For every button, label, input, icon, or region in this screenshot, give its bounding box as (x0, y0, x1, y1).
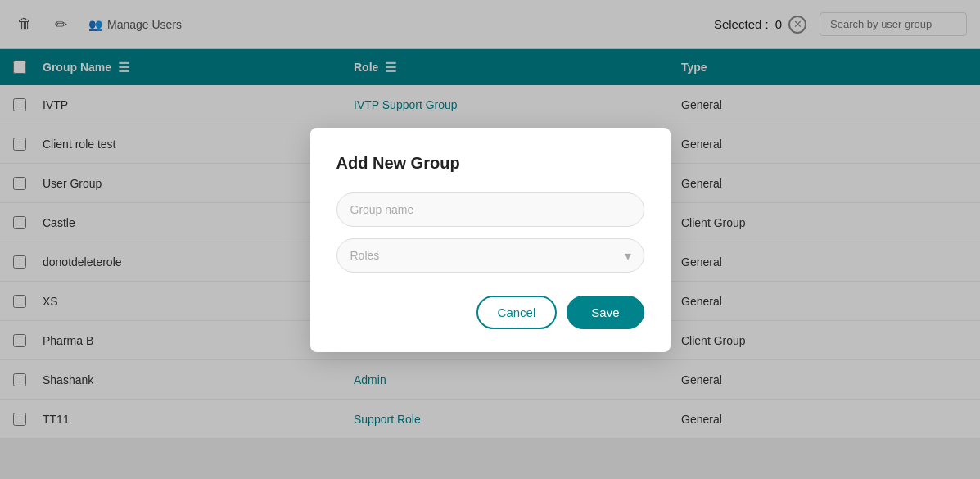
add-new-group-modal: Add New Group Roles ▾ Cancel Save (310, 128, 671, 352)
save-button[interactable]: Save (567, 296, 644, 329)
group-name-input[interactable] (336, 192, 644, 227)
modal-title: Add New Group (336, 154, 644, 173)
roles-select-wrapper: Roles ▾ (336, 238, 644, 273)
modal-actions: Cancel Save (336, 296, 644, 329)
modal-overlay: Add New Group Roles ▾ Cancel Save (0, 0, 980, 479)
roles-select[interactable]: Roles (336, 238, 644, 273)
cancel-button[interactable]: Cancel (476, 296, 558, 329)
